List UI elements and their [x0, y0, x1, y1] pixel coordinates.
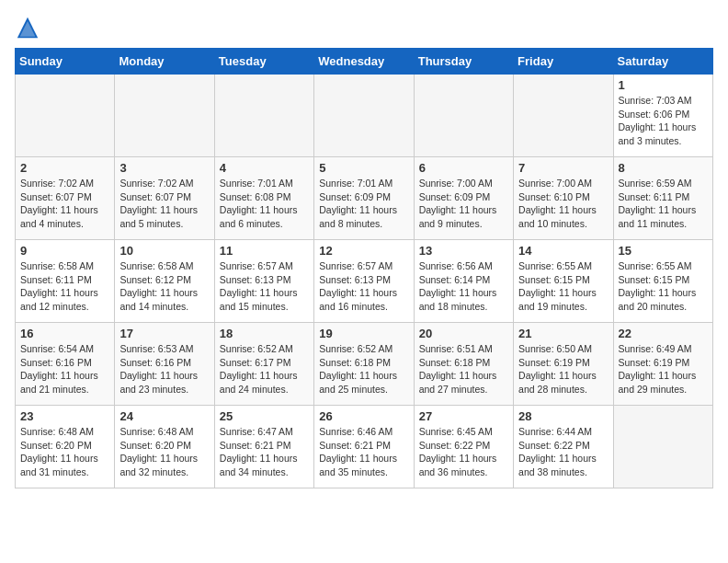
logo [15, 15, 44, 40]
day-number: 24 [119, 409, 209, 423]
day-number: 2 [20, 161, 109, 175]
weekday-header-row: SundayMondayTuesdayWednesdayThursdayFrid… [16, 49, 713, 75]
day-number: 28 [518, 409, 608, 423]
day-info: Sunrise: 6:44 AM Sunset: 6:22 PM Dayligh… [518, 425, 608, 479]
day-number: 3 [119, 161, 209, 175]
day-number: 12 [319, 244, 408, 258]
day-cell: 1Sunrise: 7:03 AM Sunset: 6:06 PM Daylig… [613, 75, 712, 157]
day-number: 5 [319, 161, 408, 175]
day-info: Sunrise: 6:48 AM Sunset: 6:20 PM Dayligh… [20, 425, 109, 479]
week-row-5: 23Sunrise: 6:48 AM Sunset: 6:20 PM Dayli… [16, 406, 713, 488]
day-info: Sunrise: 6:52 AM Sunset: 6:17 PM Dayligh… [220, 342, 309, 396]
day-cell [613, 406, 712, 488]
day-number: 7 [518, 161, 608, 175]
day-number: 4 [220, 161, 309, 175]
day-number: 21 [518, 327, 608, 340]
day-cell: 25Sunrise: 6:47 AM Sunset: 6:21 PM Dayli… [214, 406, 313, 488]
day-cell: 7Sunrise: 7:00 AM Sunset: 6:10 PM Daylig… [514, 157, 613, 240]
day-info: Sunrise: 6:51 AM Sunset: 6:18 PM Dayligh… [419, 342, 508, 396]
day-cell [514, 75, 613, 157]
day-info: Sunrise: 7:00 AM Sunset: 6:09 PM Dayligh… [419, 177, 508, 231]
day-cell: 17Sunrise: 6:53 AM Sunset: 6:16 PM Dayli… [115, 323, 214, 406]
day-cell [214, 75, 313, 157]
day-cell: 5Sunrise: 7:01 AM Sunset: 6:09 PM Daylig… [314, 157, 414, 240]
day-cell: 11Sunrise: 6:57 AM Sunset: 6:13 PM Dayli… [214, 240, 313, 323]
day-cell [16, 75, 115, 157]
day-cell: 20Sunrise: 6:51 AM Sunset: 6:18 PM Dayli… [414, 323, 513, 406]
day-number: 10 [119, 244, 209, 258]
day-cell: 3Sunrise: 7:02 AM Sunset: 6:07 PM Daylig… [115, 157, 214, 240]
weekday-header-friday: Friday [514, 49, 613, 75]
week-row-2: 2Sunrise: 7:02 AM Sunset: 6:07 PM Daylig… [16, 157, 713, 240]
day-info: Sunrise: 6:58 AM Sunset: 6:11 PM Dayligh… [20, 259, 109, 314]
week-row-4: 16Sunrise: 6:54 AM Sunset: 6:16 PM Dayli… [16, 323, 713, 406]
day-cell: 23Sunrise: 6:48 AM Sunset: 6:20 PM Dayli… [16, 406, 115, 488]
day-cell: 15Sunrise: 6:55 AM Sunset: 6:15 PM Dayli… [613, 240, 712, 323]
day-number: 26 [319, 409, 408, 423]
weekday-header-monday: Monday [115, 49, 214, 75]
day-number: 9 [20, 244, 109, 258]
day-cell: 4Sunrise: 7:01 AM Sunset: 6:08 PM Daylig… [214, 157, 313, 240]
day-cell: 8Sunrise: 6:59 AM Sunset: 6:11 PM Daylig… [613, 157, 712, 240]
day-info: Sunrise: 6:50 AM Sunset: 6:19 PM Dayligh… [518, 342, 608, 396]
day-cell: 16Sunrise: 6:54 AM Sunset: 6:16 PM Dayli… [16, 323, 115, 406]
day-number: 14 [518, 244, 608, 258]
day-info: Sunrise: 7:02 AM Sunset: 6:07 PM Dayligh… [119, 177, 209, 231]
day-cell: 14Sunrise: 6:55 AM Sunset: 6:15 PM Dayli… [514, 240, 613, 323]
day-number: 11 [220, 244, 309, 258]
day-cell: 12Sunrise: 6:57 AM Sunset: 6:13 PM Dayli… [314, 240, 414, 323]
day-cell [414, 75, 513, 157]
day-cell: 9Sunrise: 6:58 AM Sunset: 6:11 PM Daylig… [16, 240, 115, 323]
day-info: Sunrise: 6:52 AM Sunset: 6:18 PM Dayligh… [319, 342, 408, 396]
day-info: Sunrise: 6:58 AM Sunset: 6:12 PM Dayligh… [119, 259, 209, 314]
week-row-1: 1Sunrise: 7:03 AM Sunset: 6:06 PM Daylig… [16, 75, 713, 157]
weekday-header-saturday: Saturday [613, 49, 712, 75]
day-info: Sunrise: 6:56 AM Sunset: 6:14 PM Dayligh… [419, 259, 508, 314]
day-number: 13 [419, 244, 508, 258]
week-row-3: 9Sunrise: 6:58 AM Sunset: 6:11 PM Daylig… [16, 240, 713, 323]
day-cell: 6Sunrise: 7:00 AM Sunset: 6:09 PM Daylig… [414, 157, 513, 240]
day-info: Sunrise: 7:02 AM Sunset: 6:07 PM Dayligh… [20, 177, 109, 231]
day-number: 18 [220, 327, 309, 340]
day-info: Sunrise: 6:54 AM Sunset: 6:16 PM Dayligh… [20, 342, 109, 396]
day-number: 22 [619, 327, 708, 340]
day-number: 25 [220, 409, 309, 423]
weekday-header-thursday: Thursday [414, 49, 513, 75]
day-cell: 26Sunrise: 6:46 AM Sunset: 6:21 PM Dayli… [314, 406, 414, 488]
logo-icon [15, 15, 40, 40]
day-number: 15 [619, 244, 708, 258]
day-info: Sunrise: 6:55 AM Sunset: 6:15 PM Dayligh… [518, 259, 608, 314]
day-cell: 27Sunrise: 6:45 AM Sunset: 6:22 PM Dayli… [414, 406, 513, 488]
weekday-header-tuesday: Tuesday [214, 49, 313, 75]
day-number: 16 [20, 327, 109, 340]
day-info: Sunrise: 7:01 AM Sunset: 6:09 PM Dayligh… [319, 177, 408, 231]
day-number: 17 [119, 327, 209, 340]
day-cell [314, 75, 414, 157]
day-info: Sunrise: 6:55 AM Sunset: 6:15 PM Dayligh… [619, 259, 708, 314]
day-info: Sunrise: 7:00 AM Sunset: 6:10 PM Dayligh… [518, 177, 608, 231]
day-number: 6 [419, 161, 508, 175]
weekday-header-sunday: Sunday [16, 49, 115, 75]
day-info: Sunrise: 6:53 AM Sunset: 6:16 PM Dayligh… [119, 342, 209, 396]
header [15, 15, 713, 40]
day-cell: 28Sunrise: 6:44 AM Sunset: 6:22 PM Dayli… [514, 406, 613, 488]
day-cell [115, 75, 214, 157]
day-info: Sunrise: 7:01 AM Sunset: 6:08 PM Dayligh… [220, 177, 309, 231]
day-info: Sunrise: 6:59 AM Sunset: 6:11 PM Dayligh… [619, 177, 708, 231]
day-cell: 21Sunrise: 6:50 AM Sunset: 6:19 PM Dayli… [514, 323, 613, 406]
day-cell: 10Sunrise: 6:58 AM Sunset: 6:12 PM Dayli… [115, 240, 214, 323]
day-info: Sunrise: 6:45 AM Sunset: 6:22 PM Dayligh… [419, 425, 508, 479]
weekday-header-wednesday: Wednesday [314, 49, 414, 75]
calendar-table: SundayMondayTuesdayWednesdayThursdayFrid… [15, 48, 713, 488]
day-info: Sunrise: 6:49 AM Sunset: 6:19 PM Dayligh… [619, 342, 708, 396]
day-info: Sunrise: 6:48 AM Sunset: 6:20 PM Dayligh… [119, 425, 209, 479]
day-number: 23 [20, 409, 109, 423]
day-number: 20 [419, 327, 508, 340]
day-cell: 22Sunrise: 6:49 AM Sunset: 6:19 PM Dayli… [613, 323, 712, 406]
day-cell: 2Sunrise: 7:02 AM Sunset: 6:07 PM Daylig… [16, 157, 115, 240]
day-info: Sunrise: 6:57 AM Sunset: 6:13 PM Dayligh… [220, 259, 309, 314]
day-cell: 24Sunrise: 6:48 AM Sunset: 6:20 PM Dayli… [115, 406, 214, 488]
day-cell: 13Sunrise: 6:56 AM Sunset: 6:14 PM Dayli… [414, 240, 513, 323]
day-number: 27 [419, 409, 508, 423]
day-number: 1 [619, 78, 708, 92]
